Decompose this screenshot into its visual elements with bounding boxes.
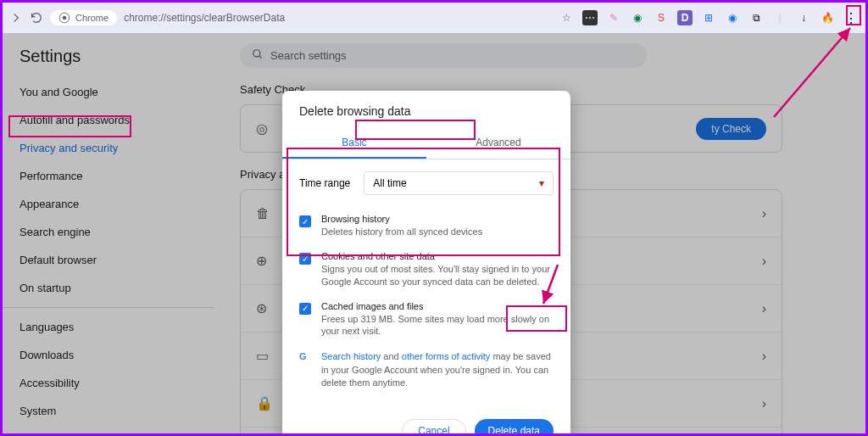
checkbox-checked-icon[interactable]: ✓ bbox=[299, 215, 311, 227]
url-text: chrome://settings/clearBrowserData bbox=[124, 12, 285, 24]
browser-toolbar: Chrome chrome://settings/clearBrowserDat… bbox=[3, 3, 865, 33]
ext-icon-1[interactable]: ⋯ bbox=[582, 10, 598, 25]
url-chip[interactable]: Chrome bbox=[50, 10, 117, 25]
checkbox-checked-icon[interactable]: ✓ bbox=[299, 253, 311, 265]
google-activity-info: G Search history and other forms of acti… bbox=[299, 344, 554, 396]
bookmark-star-icon[interactable]: ☆ bbox=[559, 10, 574, 25]
check-cached[interactable]: ✓ Cached images and filesFrees up 319 MB… bbox=[299, 294, 554, 344]
ext-icon-2[interactable]: ✎ bbox=[606, 10, 621, 25]
cancel-button[interactable]: Cancel bbox=[402, 419, 465, 436]
ext-icon-5[interactable]: D bbox=[677, 10, 693, 25]
search-history-link[interactable]: Search history bbox=[321, 351, 381, 361]
delete-data-button[interactable]: Delete data bbox=[475, 419, 554, 436]
chevron-down-icon: ▾ bbox=[539, 177, 544, 189]
delete-browsing-data-dialog: Delete browsing data Basic Advanced Time… bbox=[282, 91, 570, 436]
tab-basic[interactable]: Basic bbox=[282, 128, 426, 159]
tab-advanced[interactable]: Advanced bbox=[426, 128, 570, 159]
check-browsing-history[interactable]: ✓ Browsing historyDeletes history from a… bbox=[299, 207, 554, 244]
time-range-value: All time bbox=[373, 177, 406, 189]
ext-icon-8[interactable]: 🔥 bbox=[820, 10, 835, 25]
ext-icon-3[interactable]: ◉ bbox=[630, 10, 645, 25]
more-menu-icon[interactable]: ⋮ bbox=[843, 10, 859, 25]
chrome-chip-label: Chrome bbox=[75, 13, 108, 23]
extensions-puzzle-icon[interactable]: ⧉ bbox=[748, 10, 764, 25]
other-activity-link[interactable]: other forms of activity bbox=[402, 351, 491, 361]
dialog-title: Delete browsing data bbox=[282, 91, 570, 128]
ext-icon-4[interactable]: S bbox=[654, 10, 669, 25]
svg-point-1 bbox=[63, 16, 67, 20]
time-range-select[interactable]: All time ▾ bbox=[364, 171, 554, 195]
google-g-icon: G bbox=[299, 350, 311, 389]
ext-icon-7[interactable]: ◉ bbox=[725, 10, 740, 25]
time-range-label: Time range bbox=[299, 177, 350, 189]
checkbox-checked-icon[interactable]: ✓ bbox=[299, 303, 311, 315]
divider: | bbox=[772, 10, 787, 25]
forward-icon[interactable] bbox=[9, 11, 23, 25]
ext-icon-6[interactable]: ⊞ bbox=[701, 10, 716, 25]
refresh-icon[interactable] bbox=[30, 11, 43, 25]
check-cookies[interactable]: ✓ Cookies and other site dataSigns you o… bbox=[299, 244, 554, 294]
downloads-icon[interactable]: ↓ bbox=[796, 10, 811, 25]
